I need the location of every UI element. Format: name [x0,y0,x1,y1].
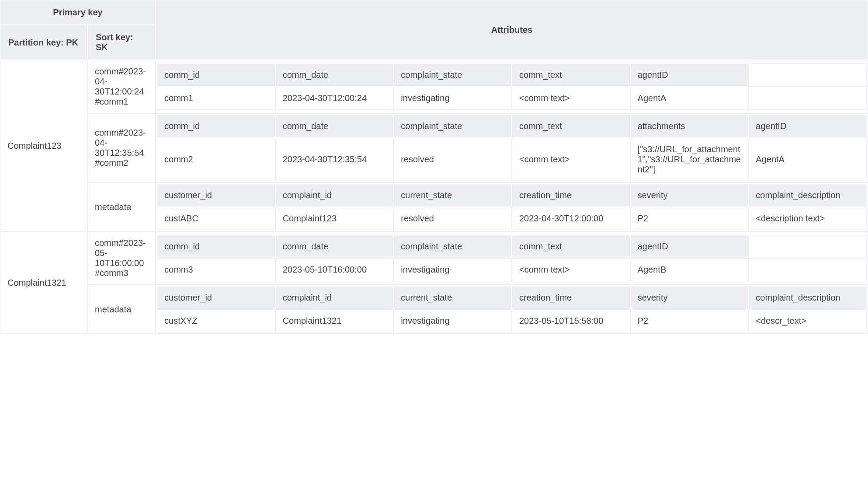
attr-name: complaint_id [275,286,394,309]
attr-value: comm2 [157,138,275,181]
attr-name: comm_id [157,235,275,258]
attr-value: P2 [630,207,749,230]
sk-cell: metadata [87,182,156,231]
attr-value: 2023-05-10T15:58:00 [512,309,630,332]
attributes-subtable: comm_idcomm_datecomplaint_statecomm_text… [157,235,867,281]
attr-value: <comm text> [512,87,630,110]
attr-value: resolved [393,138,512,181]
attributes-subtable: comm_idcomm_datecomplaint_statecomm_text… [157,115,867,181]
attr-name: severity [630,184,749,207]
attr-value: P2 [630,309,749,332]
dynamodb-table-view: Primary key Attributes Partition key: PK… [0,0,868,334]
attr-name: agentID [630,235,749,258]
attributes-cell: customer_idcomplaint_idcurrent_statecrea… [156,285,868,334]
attr-name: agentID [748,115,867,138]
pk-cell: Complaint123 [0,60,87,231]
attributes-subtable: customer_idcomplaint_idcurrent_statecrea… [157,286,867,332]
attributes-cell: comm_idcomm_datecomplaint_statecomm_text… [156,113,868,182]
attr-name: creation_time [512,286,630,309]
table-row: metadatacustomer_idcomplaint_idcurrent_s… [0,285,868,334]
attr-name: comm_date [275,235,394,258]
attr-name [748,235,867,258]
header-partition-key: Partition key: PK [0,25,87,60]
attr-name: complaint_description [748,184,867,207]
attr-value: 2023-04-30T12:00:00 [512,207,630,230]
attr-value: investigating [393,309,512,332]
attr-name: complaint_state [393,115,512,138]
attr-name: comm_text [512,63,630,87]
attr-name: complaint_state [393,63,512,87]
sk-cell: comm#2023-04-30T12:00:24#comm1 [87,60,156,113]
pk-cell: Complaint1321 [0,231,87,334]
attr-name: attachments [630,115,749,138]
attr-name: comm_text [512,235,630,258]
attributes-cell: comm_idcomm_datecomplaint_statecomm_text… [156,60,868,113]
attr-value: 2023-04-30T12:35:54 [275,138,394,181]
attr-name: comm_text [512,115,630,138]
attr-name: complaint_state [393,235,512,258]
attr-value: custABC [157,207,275,230]
attr-value: <descr_text> [748,309,867,332]
attr-value: <comm text> [512,258,630,281]
attr-value: comm1 [157,87,275,110]
attr-name: customer_id [157,184,275,207]
attr-value: AgentA [748,138,867,181]
sk-cell: metadata [87,285,156,334]
attr-value: custXYZ [157,309,275,332]
attr-value: Complaint123 [275,207,394,230]
table-row: comm#2023-04-30T12:35:54#comm2comm_idcom… [0,113,868,182]
attr-value: ["s3://URL_for_attachment1","s3://URL_fo… [630,138,749,181]
attr-value: resolved [393,207,512,230]
attr-name: comm_id [157,63,275,87]
table-row: Complaint1321comm#2023-05-10T16:00:00#co… [0,231,868,285]
attr-name: creation_time [512,184,630,207]
table-row: Complaint123comm#2023-04-30T12:00:24#com… [0,60,868,113]
table-row: metadatacustomer_idcomplaint_idcurrent_s… [0,182,868,231]
attr-value: investigating [393,258,512,281]
attr-name: comm_date [275,115,394,138]
attr-value [748,258,867,281]
attr-value: 2023-05-10T16:00:00 [275,258,394,281]
attr-name: comm_date [275,63,394,87]
attr-value: investigating [393,87,512,110]
attr-name: severity [630,286,749,309]
attr-value: Complaint1321 [275,309,394,332]
attr-name: comm_id [157,115,275,138]
attr-name: complaint_id [275,184,394,207]
attr-value: AgentB [630,258,749,281]
attr-name: agentID [630,63,749,87]
header-primary-key: Primary key [0,0,156,25]
attributes-cell: comm_idcomm_datecomplaint_statecomm_text… [156,231,868,285]
attr-name [748,63,867,87]
attributes-cell: customer_idcomplaint_idcurrent_statecrea… [156,182,868,231]
attr-value [748,87,867,110]
header-attributes: Attributes [156,0,868,60]
data-table: Primary key Attributes Partition key: PK… [0,0,868,334]
attr-value: <description text> [748,207,867,230]
attr-value: 2023-04-30T12:00:24 [275,87,394,110]
sk-cell: comm#2023-04-30T12:35:54#comm2 [87,113,156,182]
attr-value: <comm text> [512,138,630,181]
attr-name: customer_id [157,286,275,309]
attr-value: comm3 [157,258,275,281]
attr-name: complaint_description [748,286,867,309]
sk-cell: comm#2023-05-10T16:00:00#comm3 [87,231,156,285]
attributes-subtable: comm_idcomm_datecomplaint_statecomm_text… [157,63,867,110]
attributes-subtable: customer_idcomplaint_idcurrent_statecrea… [157,184,867,230]
attr-value: AgentA [630,87,749,110]
attr-name: current_state [393,184,512,207]
attr-name: current_state [393,286,512,309]
header-sort-key: Sort key: SK [87,25,156,60]
